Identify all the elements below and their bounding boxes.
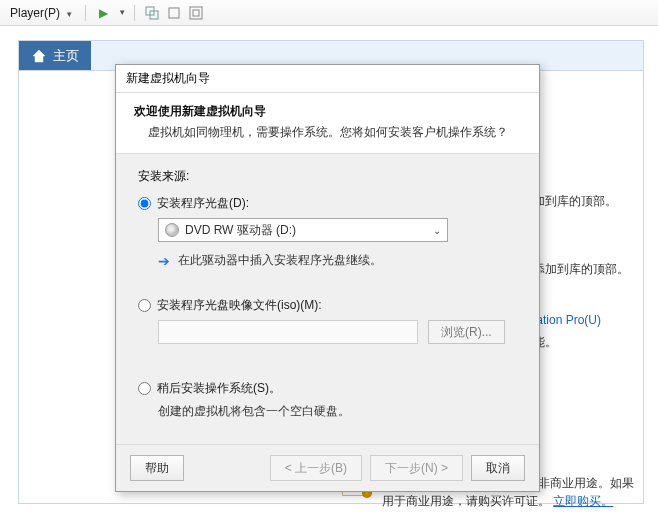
menubar: Player(P) ▼ ▶ ▼ [0,0,658,26]
home-icon [31,48,47,64]
option-installer-disc-label: 安装程序光盘(D): [157,195,249,212]
bg-line: tation Pro(U) [533,310,643,332]
separator [85,5,86,21]
option-iso-file[interactable]: 安装程序光盘映像文件(iso)(M): [138,297,517,314]
disc-drive-value: DVD RW 驱动器 (D:) [185,222,433,239]
back-button: < 上一步(B) [270,455,362,481]
snapshot-icon[interactable] [143,4,161,22]
disc-hint: ➔ 在此驱动器中插入安装程序光盘继续。 [158,252,517,269]
svg-rect-3 [190,7,202,19]
option-iso-label: 安装程序光盘映像文件(iso)(M): [157,297,322,314]
next-button[interactable]: 下一步(N) > [370,455,463,481]
chevron-down-icon: ⌄ [433,225,441,236]
dialog-header: 欢迎使用新建虚拟机向导 虚拟机如同物理机，需要操作系统。您将如何安装客户机操作系… [116,93,539,154]
option-later-label: 稍后安装操作系统(S)。 [157,380,281,397]
arrow-right-icon: ➔ [158,253,170,269]
bg-line: 能。 [533,332,643,354]
dialog-footer: 帮助 < 上一步(B) 下一步(N) > 取消 [116,444,539,491]
chevron-down-icon: ▼ [65,10,73,19]
radio-iso-file[interactable] [138,299,151,312]
separator [134,5,135,21]
disc-hint-text: 在此驱动器中插入安装程序光盘继续。 [178,252,382,269]
fullscreen-icon[interactable] [187,4,205,22]
bg-line: 加到库的顶部。 [533,191,643,213]
player-menu[interactable]: Player(P) ▼ [6,4,77,22]
buy-now-link[interactable]: 立即购买。 [553,494,613,508]
svg-rect-2 [169,8,179,18]
option-later-sub: 创建的虚拟机将包含一个空白硬盘。 [158,403,517,420]
option-installer-disc[interactable]: 安装程序光盘(D): [138,195,517,212]
play-icon[interactable]: ▶ [94,4,112,22]
dialog-header-title: 欢迎使用新建虚拟机向导 [134,103,521,120]
chevron-down-icon[interactable]: ▼ [118,8,126,17]
dialog-titlebar[interactable]: 新建虚拟机向导 [116,65,539,93]
player-menu-label: Player(P) [10,6,60,20]
tab-home[interactable]: 主页 [19,41,91,70]
install-source-label: 安装来源: [138,168,517,185]
iso-path-input[interactable] [158,320,418,344]
radio-installer-disc[interactable] [138,197,151,210]
fit-icon[interactable] [165,4,183,22]
radio-install-later[interactable] [138,382,151,395]
dialog-body: 安装来源: 安装程序光盘(D): DVD RW 驱动器 (D:) ⌄ ➔ 在此驱… [116,154,539,444]
dialog-header-subtitle: 虚拟机如同物理机，需要操作系统。您将如何安装客户机操作系统？ [134,124,521,141]
option-install-later[interactable]: 稍后安装操作系统(S)。 [138,380,517,397]
bg-line: 添加到库的顶部。 [533,259,643,281]
new-vm-wizard-dialog: 新建虚拟机向导 欢迎使用新建虚拟机向导 虚拟机如同物理机，需要操作系统。您将如何… [115,64,540,492]
svg-rect-4 [193,10,199,16]
background-text: 加到库的顶部。 添加到库的顶部。 tation Pro(U) 能。 [533,191,643,353]
browse-button[interactable]: 浏览(R)... [428,320,505,344]
disc-drive-select[interactable]: DVD RW 驱动器 (D:) ⌄ [158,218,448,242]
help-button[interactable]: 帮助 [130,455,184,481]
tab-home-label: 主页 [53,47,79,65]
dialog-title-text: 新建虚拟机向导 [126,70,210,87]
disc-icon [165,223,179,237]
cancel-button[interactable]: 取消 [471,455,525,481]
